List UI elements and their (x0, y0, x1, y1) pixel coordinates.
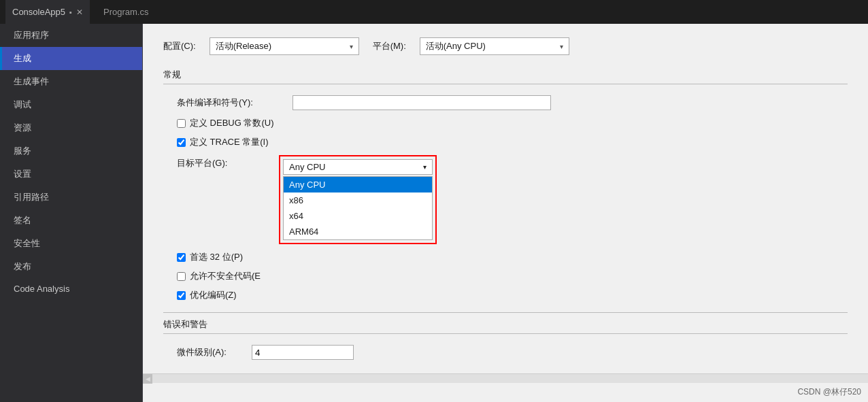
config-dropdown-arrow: ▾ (350, 43, 353, 50)
sidebar-item-referencepaths[interactable]: 引用路径 (0, 186, 142, 209)
sidebar-item-services[interactable]: 服务 (0, 139, 142, 163)
warning-level-label: 微件级别(A): (177, 346, 245, 358)
sidebar-item-buildevents[interactable]: 生成事件 (0, 70, 142, 93)
optimize-label: 优化编码(Z) (190, 289, 237, 301)
platform-select[interactable]: 活动(Any CPU) ▾ (420, 37, 569, 55)
section-general: 常规 (163, 69, 848, 84)
scrollbar-left-arrow[interactable]: ◀ (143, 374, 152, 384)
config-row: 配置(C): 活动(Release) ▾ 平台(M): 活动(Any CPU) … (163, 37, 848, 55)
sidebar-item-app[interactable]: 应用程序 (0, 24, 142, 47)
warning-level-row: 微件级别(A): (163, 345, 848, 360)
condition-label: 条件编译和符号(Y): (177, 97, 286, 109)
dropdown-option-arm64[interactable]: ARM64 (284, 224, 432, 239)
target-platform-row: 目标平台(G): Any CPU ▾ Any CPU x86 x64 ARM64 (163, 155, 848, 244)
sidebar-item-codeanalysis[interactable]: Code Analysis (0, 278, 142, 299)
config-label: 配置(C): (163, 40, 196, 52)
dropdown-option-anycpu[interactable]: Any CPU (284, 177, 432, 192)
warning-level-input[interactable] (252, 345, 354, 360)
tab-close-button[interactable]: ✕ (76, 7, 83, 17)
tab-programcs-label: Program.cs (103, 7, 148, 17)
config-select[interactable]: 活动(Release) ▾ (210, 37, 359, 55)
define-trace-row: 定义 TRACE 常量(I) (163, 136, 848, 148)
prefer32-checkbox[interactable] (177, 253, 186, 262)
section-errors: 错误和警告 微件级别(A): (163, 312, 848, 360)
platform-dropdown-arrow: ▾ (560, 43, 563, 50)
sidebar: 应用程序 生成 生成事件 调试 资源 服务 设置 引用路径 签名 安全性 发布 (0, 24, 143, 402)
allow-unsafe-label: 允许不安全代码(E (190, 270, 261, 282)
target-platform-dropdown-wrapper: Any CPU ▾ Any CPU x86 x64 ARM64 (279, 155, 437, 244)
watermark: CSDN @林仔520 (797, 386, 861, 398)
target-platform-select[interactable]: Any CPU ▾ (283, 159, 433, 175)
sidebar-item-security[interactable]: 安全性 (0, 232, 142, 255)
content-panel: 配置(C): 活动(Release) ▾ 平台(M): 活动(Any CPU) … (143, 24, 868, 402)
target-platform-arrow: ▾ (423, 163, 427, 171)
dropdown-option-x86[interactable]: x86 (284, 192, 432, 208)
target-platform-list: Any CPU x86 x64 ARM64 (283, 176, 433, 240)
platform-label: 平台(M): (373, 40, 406, 52)
condition-row: 条件编译和符号(Y): (163, 95, 848, 110)
define-trace-label: 定义 TRACE 常量(I) (190, 136, 269, 148)
sidebar-item-settings[interactable]: 设置 (0, 163, 142, 186)
dropdown-option-x64[interactable]: x64 (284, 208, 432, 224)
platform-select-value: 活动(Any CPU) (426, 40, 486, 52)
tab-consoleapp5[interactable]: ConsoleApp5 ▪ ✕ (5, 0, 90, 24)
config-select-value: 活动(Release) (216, 40, 271, 52)
sidebar-item-publish[interactable]: 发布 (0, 255, 142, 278)
main-layout: 应用程序 生成 生成事件 调试 资源 服务 设置 引用路径 签名 安全性 发布 (0, 24, 868, 402)
target-platform-label: 目标平台(G): (177, 157, 272, 169)
prefer32-label: 首选 32 位(P) (190, 251, 243, 263)
define-debug-checkbox[interactable] (177, 119, 186, 128)
sidebar-item-build[interactable]: 生成 (0, 47, 142, 70)
horizontal-scrollbar[interactable]: ◀ (143, 373, 868, 383)
allow-unsafe-checkbox[interactable] (177, 272, 186, 281)
allow-unsafe-row: 允许不安全代码(E (163, 270, 848, 282)
define-trace-checkbox[interactable] (177, 138, 186, 147)
title-bar: ConsoleApp5 ▪ ✕ Program.cs (0, 0, 868, 24)
optimize-checkbox[interactable] (177, 291, 186, 300)
tab-consoleapp5-label: ConsoleApp5 (12, 7, 65, 17)
prefer32-row: 首选 32 位(P) (163, 251, 848, 263)
define-debug-label: 定义 DEBUG 常数(U) (190, 117, 274, 129)
define-debug-row: 定义 DEBUG 常数(U) (163, 117, 848, 129)
section-errors-title: 错误和警告 (163, 318, 848, 334)
sidebar-item-debug[interactable]: 调试 (0, 93, 142, 116)
target-platform-value: Any CPU (289, 162, 325, 172)
sidebar-item-signing[interactable]: 签名 (0, 209, 142, 232)
optimize-row: 优化编码(Z) (163, 289, 848, 301)
tab-programcs[interactable]: Program.cs (95, 0, 156, 24)
condition-input[interactable] (293, 95, 551, 110)
tab-dot: ▪ (69, 8, 72, 16)
sidebar-item-resources[interactable]: 资源 (0, 116, 142, 139)
